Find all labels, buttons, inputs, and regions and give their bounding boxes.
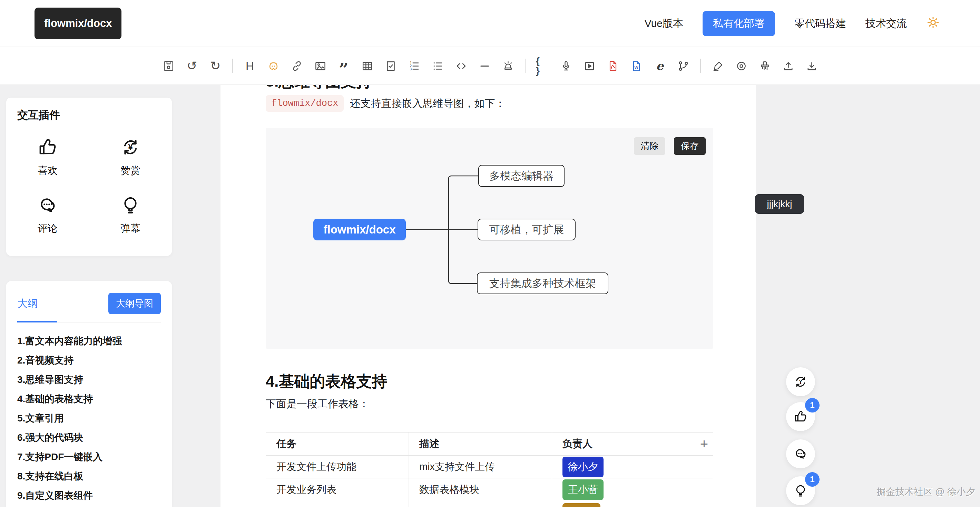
nav-private-deploy-button[interactable]: 私有化部署	[703, 11, 775, 36]
table-cell-owner[interactable]: 王小蕾	[552, 478, 695, 501]
outline-item[interactable]: 8.支持在线白板	[17, 467, 161, 486]
clear-format-brush-icon[interactable]	[758, 59, 771, 72]
add-column-button[interactable]: +	[695, 432, 713, 456]
mindmap-clear-button[interactable]: 清除	[634, 137, 665, 155]
word-export-icon[interactable]: W	[630, 59, 643, 72]
float-like-button[interactable]: 1	[786, 402, 815, 431]
intro-paragraph: flowmix/docx 还支持直接嵌入思维导图，如下：	[266, 95, 505, 112]
interactive-plugins-panel: 交互插件 喜欢 ¥ 赞赏	[6, 98, 172, 256]
nav-no-code[interactable]: 零代码搭建	[794, 17, 846, 31]
table-header-desc[interactable]: 描述	[409, 432, 552, 456]
horizontal-rule-icon[interactable]	[478, 59, 491, 72]
heading-icon[interactable]: H	[243, 59, 256, 72]
alert-siren-icon[interactable]	[501, 59, 514, 72]
outline-item[interactable]: 3.思维导图支持	[17, 370, 161, 389]
outline-tab-divider	[17, 322, 161, 323]
mindmap-child-node[interactable]: 多模态编辑器	[478, 165, 565, 187]
comment-bubbles-icon	[37, 195, 58, 216]
microphone-icon[interactable]	[559, 59, 573, 72]
signature-pen-icon[interactable]	[711, 59, 724, 72]
mindmap-child-node[interactable]: 可移植，可扩展	[477, 219, 576, 240]
float-danmaku-button[interactable]: 1	[786, 476, 815, 505]
brand-logo[interactable]: flowmix/docx	[35, 8, 121, 39]
preview-eye-icon[interactable]	[735, 59, 748, 72]
git-branch-icon[interactable]	[677, 59, 690, 72]
plugin-comment[interactable]: 评论	[6, 186, 89, 242]
tab-outline[interactable]: 大纲	[17, 297, 38, 311]
watermark: 掘金技术社区 @ 徐小夕	[877, 486, 975, 498]
table-cell-desc[interactable]: mix支持文件上传	[409, 456, 552, 478]
bullet-list-icon[interactable]	[431, 59, 444, 72]
code-block-braces-icon[interactable]: { }	[536, 59, 549, 72]
emoji-discord-icon[interactable]	[267, 59, 280, 72]
plugins-grid: 喜欢 ¥ 赞赏 评论	[6, 128, 172, 242]
plugins-panel-title: 交互插件	[17, 108, 161, 122]
outline-item[interactable]: 5.文章引用	[17, 409, 161, 428]
task-list-icon[interactable]	[384, 59, 397, 72]
mindmap-save-button[interactable]: 保存	[674, 137, 706, 155]
table-icon[interactable]	[361, 59, 374, 72]
toolbar-divider	[525, 59, 525, 73]
download-icon[interactable]	[805, 59, 818, 72]
mindmap-embed[interactable]: 清除 保存 flowmix/docx 多模态编辑器 可移植，可扩展 支持集成多种…	[266, 128, 713, 349]
section-lead: 下面是一段工作表格：	[266, 397, 369, 411]
quote-icon[interactable]: ”	[337, 63, 350, 76]
table-header-task[interactable]: 任务	[266, 432, 409, 456]
upload-icon[interactable]	[781, 59, 795, 72]
table-cell-empty[interactable]	[695, 478, 713, 501]
plugin-reward[interactable]: ¥ 赞赏	[89, 128, 172, 184]
inline-code-icon[interactable]	[455, 59, 468, 72]
table-cell-owner[interactable]: 徐小夕	[552, 456, 695, 478]
section-heading: 4.基础的表格支持	[266, 371, 388, 392]
inline-code-badge: flowmix/docx	[266, 95, 344, 112]
outline-item[interactable]: 4.基础的表格支持	[17, 389, 161, 409]
nav-tech-exchange[interactable]: 技术交流	[865, 17, 907, 31]
outline-item[interactable]: 2.音视频支持	[17, 351, 161, 370]
document-page[interactable]: 3.思维导图支持 flowmix/docx 还支持直接嵌入思维导图，如下： 清除…	[221, 85, 756, 507]
float-comment-button[interactable]	[786, 439, 815, 468]
save-icon[interactable]	[162, 59, 175, 72]
outline-item[interactable]: 1.富文本内容能力的增强	[17, 331, 161, 351]
owner-badge	[562, 503, 600, 507]
nav-vue-version[interactable]: Vue版本	[644, 17, 683, 31]
table-cell-task[interactable]: 开发业务列表	[266, 478, 409, 501]
mindmap-child-node[interactable]: 支持集成多种技术框架	[477, 272, 608, 294]
thumb-up-icon	[793, 409, 808, 424]
table-cell-task[interactable]	[266, 501, 409, 507]
float-reward-button[interactable]: ¥	[786, 367, 815, 396]
plugin-danmaku[interactable]: 弹幕	[89, 186, 172, 242]
browser-ie-icon[interactable]: e	[653, 59, 666, 72]
pdf-embed-icon[interactable]	[606, 59, 619, 72]
redo-icon[interactable]: ↻	[209, 59, 222, 72]
undo-icon[interactable]: ↺	[185, 59, 199, 72]
outline-item[interactable]: 10.自定义分页	[17, 505, 161, 507]
ordered-list-icon[interactable]: 1 2 3	[407, 59, 421, 72]
table-cell-task[interactable]: 开发文件上传功能	[266, 456, 409, 478]
video-icon[interactable]	[583, 59, 596, 72]
outline-header: 大纲 大纲导图	[17, 293, 161, 314]
outline-map-button[interactable]: 大纲导图	[108, 293, 161, 314]
svg-text:3: 3	[410, 67, 412, 71]
outline-item[interactable]: 6.强大的代码块	[17, 428, 161, 447]
plugin-like-label: 喜欢	[38, 164, 57, 178]
reward-refresh-icon: ¥	[120, 137, 141, 157]
link-icon[interactable]	[290, 59, 303, 72]
sun-icon[interactable]	[926, 16, 940, 32]
table-header-owner[interactable]: 负责人	[552, 432, 695, 456]
outline-item[interactable]: 9.自定义图表组件	[17, 486, 161, 505]
mindmap-root-node[interactable]: flowmix/docx	[313, 219, 406, 240]
plugin-like[interactable]: 喜欢	[6, 128, 89, 184]
image-icon[interactable]	[314, 59, 327, 72]
outline-item[interactable]: 7.支持PDF一键嵌入	[17, 447, 161, 467]
top-header: flowmix/docx Vue版本 私有化部署 零代码搭建 技术交流	[0, 0, 980, 47]
table-cell-desc[interactable]: 数据表格模块	[409, 478, 552, 501]
table-cell-desc[interactable]	[409, 501, 552, 507]
table-cell-empty[interactable]	[695, 501, 713, 507]
table-cell-empty[interactable]	[695, 456, 713, 478]
app-root: flowmix/docx Vue版本 私有化部署 零代码搭建 技术交流 ↺ ↻ …	[0, 0, 980, 507]
table-cell-owner[interactable]	[552, 501, 695, 507]
bulb-icon	[793, 483, 808, 498]
svg-text:¥: ¥	[128, 143, 133, 152]
outline-list: 1.富文本内容能力的增强 2.音视频支持 3.思维导图支持 4.基础的表格支持 …	[17, 331, 161, 507]
plugin-comment-label: 评论	[38, 222, 57, 235]
